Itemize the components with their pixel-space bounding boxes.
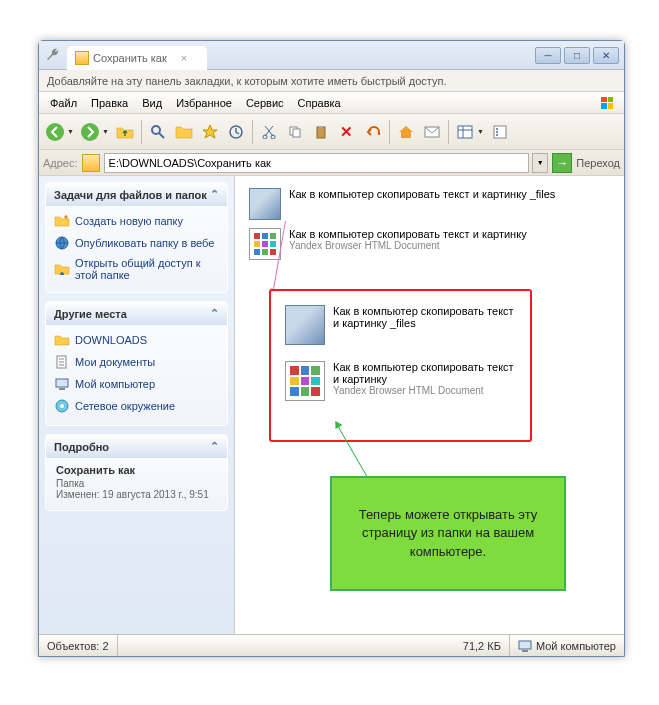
svg-point-13 xyxy=(496,128,498,130)
place-documents[interactable]: Мои документы xyxy=(52,351,221,373)
menu-bar: Файл Правка Вид Избранное Сервис Справка xyxy=(39,92,624,114)
tab-close-icon[interactable]: × xyxy=(181,52,187,64)
task-share-folder[interactable]: Открыть общий доступ к этой папке xyxy=(52,254,221,284)
properties-button[interactable] xyxy=(488,120,512,144)
explorer-window: Сохранить как × ─ □ ✕ Добавляйте на эту … xyxy=(38,40,625,657)
list-item: Как в компьютер скопировать текст и карт… xyxy=(277,353,524,409)
file-list: Как в компьютер скопировать текст и карт… xyxy=(235,176,624,634)
home-button[interactable] xyxy=(394,120,418,144)
address-bar: Адрес: E:\DOWNLOADS\Сохранить как ▼ → Пе… xyxy=(39,150,624,176)
status-location: Мой компьютер xyxy=(510,635,624,656)
menu-help[interactable]: Справка xyxy=(291,94,348,112)
maximize-button[interactable]: □ xyxy=(564,47,590,64)
globe-icon xyxy=(54,235,70,251)
html-file-icon xyxy=(285,361,325,401)
up-button[interactable] xyxy=(113,120,137,144)
close-button[interactable]: ✕ xyxy=(593,47,619,64)
svg-point-1 xyxy=(81,123,99,141)
list-item: Как в компьютер скопировать текст и карт… xyxy=(277,297,524,353)
back-button[interactable] xyxy=(43,120,67,144)
folder-icon xyxy=(285,305,325,345)
task-publish-web[interactable]: Опубликовать папку в вебе xyxy=(52,232,221,254)
cut-button[interactable] xyxy=(257,120,281,144)
svg-rect-7 xyxy=(293,129,300,137)
tasks-panel: Задачи для файлов и папок⌃ Создать новую… xyxy=(45,182,228,293)
svg-rect-11 xyxy=(458,126,472,138)
places-panel-header[interactable]: Другие места⌃ xyxy=(46,302,227,325)
views-dropdown-icon[interactable]: ▼ xyxy=(477,128,484,135)
place-downloads[interactable]: DOWNLOADS xyxy=(52,329,221,351)
svg-point-21 xyxy=(60,404,64,408)
address-label: Адрес: xyxy=(43,157,78,169)
favorites-button[interactable] xyxy=(198,120,222,144)
svg-rect-12 xyxy=(494,126,506,138)
task-new-folder[interactable]: Создать новую папку xyxy=(52,210,221,232)
details-type: Папка xyxy=(56,478,217,489)
forward-button[interactable] xyxy=(78,120,102,144)
svg-point-15 xyxy=(496,134,498,136)
status-size: 71,2 КБ xyxy=(455,635,510,656)
go-button[interactable]: → xyxy=(552,153,572,173)
svg-rect-8 xyxy=(317,127,325,138)
undo-button[interactable] xyxy=(361,120,385,144)
forward-dropdown-icon[interactable]: ▼ xyxy=(102,128,109,135)
bookmark-bar: Добавляйте на эту панель закладки, к кот… xyxy=(39,70,624,92)
network-icon xyxy=(54,398,70,414)
address-input[interactable]: E:\DOWNLOADS\Сохранить как xyxy=(104,153,530,173)
chevron-up-icon: ⌃ xyxy=(210,188,219,201)
details-panel-header[interactable]: Подробно⌃ xyxy=(46,435,227,458)
svg-rect-9 xyxy=(319,126,323,128)
views-button[interactable] xyxy=(453,120,477,144)
folders-button[interactable] xyxy=(172,120,196,144)
delete-button[interactable]: ✕ xyxy=(335,120,359,144)
tab-title: Сохранить как xyxy=(93,52,167,64)
folder-icon xyxy=(54,332,70,348)
list-item[interactable]: Как в компьютер скопировать текст и карт… xyxy=(243,184,616,224)
tasks-panel-header[interactable]: Задачи для файлов и папок⌃ xyxy=(46,183,227,206)
copy-button[interactable] xyxy=(283,120,307,144)
svg-rect-18 xyxy=(56,379,68,387)
windows-logo-icon xyxy=(594,94,620,112)
chevron-up-icon: ⌃ xyxy=(210,440,219,453)
new-folder-icon xyxy=(54,213,70,229)
status-objects: Объектов: 2 xyxy=(39,635,118,656)
mail-button[interactable] xyxy=(420,120,444,144)
chevron-up-icon: ⌃ xyxy=(210,307,219,320)
places-panel: Другие места⌃ DOWNLOADS Мои документы Мо… xyxy=(45,301,228,426)
menu-edit[interactable]: Правка xyxy=(84,94,135,112)
folder-icon xyxy=(75,51,89,65)
menu-tools[interactable]: Сервис xyxy=(239,94,291,112)
folder-icon xyxy=(82,154,100,172)
address-dropdown-icon[interactable]: ▼ xyxy=(532,153,548,173)
svg-rect-19 xyxy=(59,388,65,390)
wrench-icon xyxy=(45,47,61,63)
back-dropdown-icon[interactable]: ▼ xyxy=(67,128,74,135)
browser-tab[interactable]: Сохранить как × xyxy=(67,46,207,70)
menu-favorites[interactable]: Избранное xyxy=(169,94,239,112)
details-modified: Изменен: 19 августа 2013 г., 9:51 xyxy=(56,489,217,500)
annotation-callout: Теперь можете открывать эту страницу из … xyxy=(330,476,566,591)
svg-point-2 xyxy=(152,126,160,134)
search-button[interactable] xyxy=(146,120,170,144)
computer-icon xyxy=(518,639,532,653)
annotation-zoom-box: Как в компьютер скопировать текст и карт… xyxy=(269,289,532,442)
menu-view[interactable]: Вид xyxy=(135,94,169,112)
place-computer[interactable]: Мой компьютер xyxy=(52,373,221,395)
list-item[interactable]: Как в компьютер скопировать текст и карт… xyxy=(243,224,616,264)
bookmark-hint: Добавляйте на эту панель закладки, к кот… xyxy=(47,75,446,87)
svg-rect-22 xyxy=(519,641,531,649)
svg-point-0 xyxy=(46,123,64,141)
computer-icon xyxy=(54,376,70,392)
history-button[interactable] xyxy=(224,120,248,144)
titlebar: Сохранить как × ─ □ ✕ xyxy=(39,41,624,70)
go-label: Переход xyxy=(576,157,620,169)
sidebar: Задачи для файлов и папок⌃ Создать новую… xyxy=(39,176,235,634)
place-network[interactable]: Сетевое окружение xyxy=(52,395,221,417)
documents-icon xyxy=(54,354,70,370)
minimize-button[interactable]: ─ xyxy=(535,47,561,64)
menu-file[interactable]: Файл xyxy=(43,94,84,112)
details-name: Сохранить как xyxy=(56,464,217,476)
paste-button[interactable] xyxy=(309,120,333,144)
details-panel: Подробно⌃ Сохранить как Папка Изменен: 1… xyxy=(45,434,228,511)
html-file-icon xyxy=(249,228,281,260)
